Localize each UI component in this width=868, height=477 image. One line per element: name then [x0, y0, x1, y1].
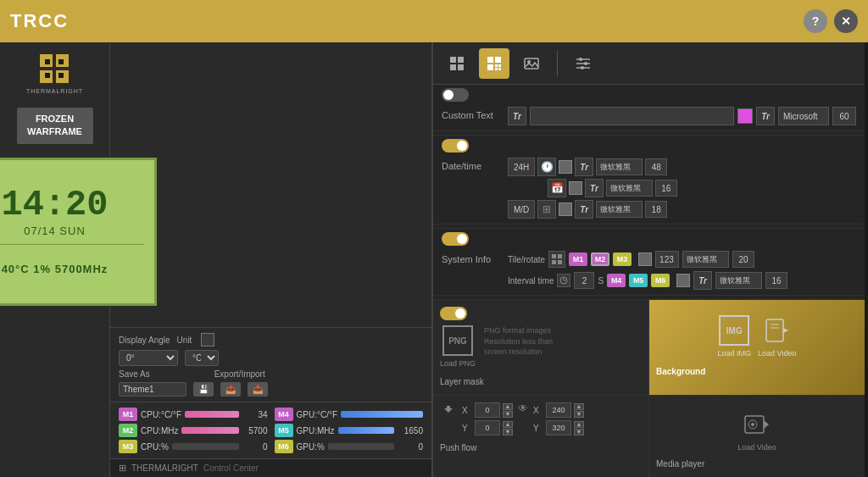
- tab-image[interactable]: [516, 48, 547, 79]
- svg-rect-16: [498, 64, 501, 67]
- tab-grid[interactable]: [442, 48, 472, 79]
- lcd-screen: 14:20 07/14 SUN CPU 40°C 1% 5700MHz: [0, 158, 157, 306]
- sysinfo-font-1: 微软雅黑: [682, 251, 729, 268]
- svg-point-25: [584, 62, 587, 65]
- close-button[interactable]: ✕: [834, 9, 858, 33]
- datetime-color-2[interactable]: [569, 181, 582, 195]
- tile-rotate-label: Tile/rotate: [508, 255, 545, 264]
- datetime-color-3[interactable]: [559, 202, 572, 216]
- tab-layout[interactable]: [479, 48, 509, 79]
- export-button[interactable]: 📤: [220, 382, 241, 397]
- svg-marker-39: [764, 420, 769, 429]
- sysinfo-size-1[interactable]: [732, 251, 754, 268]
- m5-bar: [338, 427, 395, 434]
- pf-x-up[interactable]: ▲: [503, 403, 513, 410]
- sysinfo-toggle[interactable]: [442, 232, 469, 246]
- m2-badge: M2: [119, 424, 137, 437]
- chip-m4[interactable]: M4: [607, 274, 626, 287]
- pf-x-down[interactable]: ▼: [503, 411, 513, 418]
- layer-mask-toggle[interactable]: [440, 307, 467, 320]
- custom-text-input[interactable]: [530, 107, 734, 125]
- status-logo-icon: ⊞: [119, 463, 126, 474]
- pf-y2-down[interactable]: ▼: [574, 429, 584, 435]
- datetime-toggle-knob: [457, 141, 467, 151]
- pf-x2-up[interactable]: ▲: [574, 403, 584, 410]
- display-angle-select[interactable]: 0°90°180°270°: [119, 350, 178, 366]
- main-toggle[interactable]: [442, 88, 469, 102]
- right-panel: Custom Text Tr Tr Microsoft Date/time: [432, 42, 865, 477]
- datetime-color-1[interactable]: [559, 160, 572, 174]
- monitor-m6: M6 GPU:% 0: [275, 440, 424, 453]
- save-export-controls-row: 💾 📤 📥: [119, 382, 423, 397]
- pf-y2-arrows: ▲ ▼: [574, 421, 584, 435]
- custom-text-font-name-btn[interactable]: Tr: [756, 107, 775, 125]
- sysinfo-size-2[interactable]: [765, 272, 787, 289]
- media-player-label-row: Media player: [656, 455, 858, 470]
- m6-label: GPU:%: [297, 442, 325, 452]
- datetime-size-2[interactable]: [655, 180, 677, 197]
- m1-label: CPU:°C/°F: [141, 410, 181, 419]
- datetime-label: Date/time: [442, 158, 501, 171]
- lcd-time: 14:20: [1, 187, 108, 223]
- chip-m3[interactable]: M3: [613, 252, 632, 266]
- custom-text-color-swatch[interactable]: [737, 108, 753, 124]
- unit-select[interactable]: °C°F: [185, 350, 219, 366]
- save-button[interactable]: 💾: [193, 382, 214, 397]
- datetime-toggle[interactable]: [442, 139, 469, 153]
- pf-x-input[interactable]: [475, 402, 500, 418]
- datetime-size-1[interactable]: [645, 158, 667, 175]
- pf-x2-down[interactable]: ▼: [574, 411, 584, 418]
- m6-value: 0: [398, 442, 423, 452]
- interval-input[interactable]: [574, 272, 594, 289]
- custom-text-font-btn[interactable]: Tr: [508, 107, 526, 125]
- pf-y2-up[interactable]: ▲: [574, 421, 584, 428]
- chip-m1[interactable]: M1: [569, 252, 587, 266]
- sidebar: THERMALRIGHT FROZENWARFRAME 14:20 07/14 …: [0, 42, 110, 477]
- monitor-section: M1 CPU:°C/°F 34 M4 GPU:°C/°F M2 CPU:MHz: [110, 402, 431, 458]
- pf-y2-input[interactable]: [546, 420, 571, 435]
- clock-icon[interactable]: 🕐: [537, 158, 556, 176]
- m2-value: 5700: [242, 426, 268, 435]
- help-button[interactable]: ?: [804, 9, 827, 33]
- custom-text-font-size[interactable]: [832, 107, 856, 125]
- bg-video-group: Load Video: [758, 315, 796, 358]
- datetime-font-btn-2[interactable]: Tr: [585, 179, 604, 197]
- pf-y-label: Y: [462, 424, 472, 433]
- tab-sliders[interactable]: [568, 48, 598, 79]
- video-icon: [762, 315, 793, 346]
- datetime-font-btn-1[interactable]: Tr: [575, 158, 593, 176]
- svg-rect-8: [450, 57, 456, 63]
- svg-rect-5: [58, 59, 64, 64]
- sysinfo-color-2[interactable]: [676, 274, 690, 287]
- image-icon: [523, 55, 540, 72]
- calendar-icon[interactable]: 📅: [548, 179, 566, 197]
- bottom-panels-row: PNG Load PNG PNG format imagesResolution…: [433, 300, 865, 396]
- interval-unit: S: [598, 276, 604, 286]
- frozen-warframe-button[interactable]: FROZENWARFRAME: [17, 108, 93, 144]
- chip-m6[interactable]: M6: [651, 274, 670, 287]
- import-button[interactable]: 📥: [248, 382, 268, 397]
- chip-m2[interactable]: M2: [591, 252, 609, 266]
- sysinfo-color-1[interactable]: [638, 252, 652, 266]
- datetime-font-btn-3[interactable]: Tr: [575, 200, 593, 219]
- m2-label: CPU:MHz: [141, 426, 178, 435]
- grid-icon-2[interactable]: ⊞: [537, 200, 556, 219]
- eye-icon: 👁: [518, 402, 528, 414]
- save-as-input[interactable]: [119, 382, 186, 397]
- push-flow-icon: [440, 404, 457, 424]
- datetime-size-3[interactable]: [645, 201, 667, 218]
- datetime-toggle-row: [433, 136, 865, 153]
- chip-m5[interactable]: M5: [629, 274, 648, 287]
- tile-rotate-btn[interactable]: [548, 251, 565, 268]
- pf-y-up[interactable]: ▲: [503, 421, 513, 428]
- sysinfo-font-btn[interactable]: Tr: [693, 271, 712, 290]
- svg-rect-14: [487, 64, 493, 70]
- unit-label: Unit: [177, 336, 194, 345]
- m3-badge: M3: [119, 440, 137, 453]
- format-md-btn[interactable]: M/D: [508, 200, 535, 219]
- unit-checkbox[interactable]: [201, 333, 214, 347]
- pf-y-input[interactable]: [475, 420, 500, 435]
- pf-x2-input[interactable]: [546, 402, 571, 418]
- pf-y-down[interactable]: ▼: [503, 429, 513, 435]
- format-24h-btn[interactable]: 24H: [508, 158, 535, 176]
